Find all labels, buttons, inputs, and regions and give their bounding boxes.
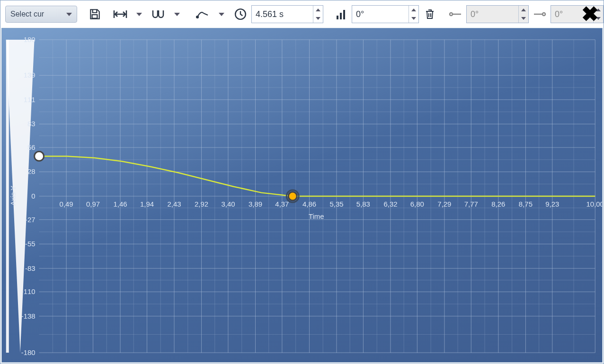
- svg-text:9,23: 9,23: [545, 200, 559, 208]
- chevron-down-icon: [174, 13, 180, 16]
- close-button[interactable]: ✖: [579, 3, 601, 25]
- time-stepper[interactable]: [313, 6, 323, 23]
- chevron-down-icon: [219, 13, 224, 16]
- save-button[interactable]: [87, 6, 103, 22]
- tangent-in-label: [447, 6, 463, 22]
- snap-dropdown[interactable]: [169, 6, 185, 22]
- curve-selector-label: Select cur: [10, 10, 44, 18]
- svg-text:5,35: 5,35: [329, 200, 343, 208]
- svg-text:7,29: 7,29: [437, 200, 451, 208]
- svg-text:10,00: 10,00: [586, 200, 602, 208]
- curve-plot[interactable]: 1801391118356280-27-55-83-110-138-1800,4…: [1, 28, 603, 363]
- svg-text:-55: -55: [25, 240, 36, 248]
- tangent-out-icon: [533, 10, 546, 18]
- save-icon: [89, 8, 101, 20]
- tangent-mode-button[interactable]: [195, 6, 211, 22]
- tangent-in-value: 0°: [467, 9, 518, 19]
- toolbar: Select cur: [0, 0, 604, 28]
- bars-icon: [337, 9, 345, 19]
- angle-input-value: 0°: [352, 9, 409, 19]
- time-input-value: 4.561 s: [252, 9, 313, 19]
- svg-point-117: [288, 192, 297, 200]
- svg-text:8,26: 8,26: [491, 200, 505, 208]
- svg-text:28: 28: [27, 167, 36, 175]
- fit-horizontal-icon: [113, 9, 127, 20]
- svg-text:5,83: 5,83: [356, 200, 370, 208]
- time-input[interactable]: 4.561 s: [251, 5, 323, 23]
- chevron-down-icon: [136, 13, 142, 16]
- svg-text:6,80: 6,80: [410, 200, 424, 208]
- close-icon: ✖: [581, 4, 599, 25]
- svg-text:139: 139: [24, 71, 36, 79]
- svg-point-115: [35, 151, 44, 161]
- curve-plot-svg: 1801391118356280-27-55-83-110-138-1800,4…: [2, 28, 602, 362]
- step-down-icon: [519, 14, 528, 23]
- curve-editor-window: Select cur: [0, 0, 604, 364]
- angle-input[interactable]: 0°: [352, 5, 419, 23]
- svg-text:3,40: 3,40: [221, 200, 235, 208]
- svg-text:1,94: 1,94: [140, 200, 154, 208]
- svg-text:-83: -83: [25, 264, 36, 272]
- tangent-in-icon: [449, 10, 462, 18]
- clock-icon: [234, 8, 247, 20]
- svg-text:-27: -27: [25, 216, 36, 224]
- svg-text:0,97: 0,97: [86, 200, 100, 208]
- svg-text:111: 111: [24, 95, 36, 104]
- curve-selector-dropdown[interactable]: Select cur: [5, 6, 77, 23]
- svg-text:Axis Y: Axis Y: [9, 186, 17, 206]
- svg-text:83: 83: [27, 120, 36, 128]
- svg-point-4: [196, 16, 198, 18]
- svg-text:3,89: 3,89: [249, 200, 262, 208]
- tangent-mode-dropdown[interactable]: [213, 6, 230, 22]
- svg-text:-138: -138: [21, 312, 36, 320]
- svg-text:180: 180: [24, 35, 36, 43]
- svg-text:2,92: 2,92: [195, 200, 208, 208]
- svg-point-9: [450, 13, 453, 16]
- svg-text:1,46: 1,46: [114, 200, 127, 208]
- svg-line-5: [204, 13, 208, 15]
- fit-horizontal-button[interactable]: [112, 6, 128, 22]
- svg-text:0: 0: [31, 192, 35, 200]
- svg-text:Time: Time: [309, 212, 324, 220]
- step-down-icon[interactable]: [409, 14, 418, 23]
- svg-text:56: 56: [27, 143, 36, 151]
- value-icon-button[interactable]: [333, 6, 349, 22]
- delete-key-button[interactable]: [422, 6, 438, 22]
- step-up-icon[interactable]: [409, 6, 418, 14]
- step-up-icon: [519, 6, 528, 14]
- snap-toggle-button[interactable]: [150, 6, 166, 22]
- time-button[interactable]: [232, 6, 249, 22]
- tangent-out-label: [532, 6, 548, 22]
- angle-stepper[interactable]: [409, 6, 418, 23]
- chevron-down-icon: [66, 13, 72, 16]
- tangent-in-stepper: [518, 6, 528, 23]
- trash-icon: [424, 8, 435, 20]
- svg-text:7,77: 7,77: [464, 200, 478, 208]
- tangent-in-input: 0°: [466, 5, 529, 23]
- svg-text:6,32: 6,32: [383, 200, 397, 208]
- step-down-icon[interactable]: [313, 14, 323, 23]
- svg-text:4,37: 4,37: [275, 200, 289, 208]
- svg-text:4,86: 4,86: [302, 200, 316, 208]
- svg-text:-180: -180: [21, 348, 36, 356]
- svg-text:-110: -110: [21, 287, 36, 295]
- svg-point-12: [542, 13, 545, 16]
- svg-rect-0: [92, 15, 98, 18]
- step-up-icon[interactable]: [313, 6, 323, 14]
- fit-horizontal-dropdown[interactable]: [131, 6, 147, 22]
- tangent-icon: [196, 9, 209, 20]
- svg-text:8,75: 8,75: [519, 200, 533, 208]
- svg-text:0,49: 0,49: [60, 200, 73, 208]
- svg-text:2,43: 2,43: [167, 200, 181, 208]
- snap-icon: [151, 9, 165, 20]
